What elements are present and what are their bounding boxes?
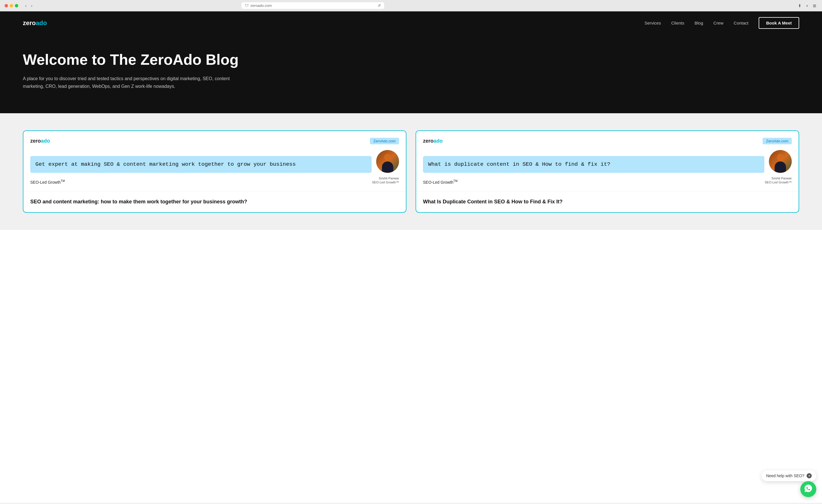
refresh-icon[interactable]: ↺ xyxy=(378,3,381,8)
card-2-domain: ZeroAdo.com xyxy=(763,138,792,144)
card-1-visual-row: Get expert at making SEO & content marke… xyxy=(30,150,399,173)
card-2-brand-row: zeroado ZeroAdo.com xyxy=(423,138,792,144)
share-button[interactable]: ⬆ xyxy=(797,3,803,9)
traffic-lights xyxy=(5,4,18,7)
main-nav: Services Clients Blog Crew Contact Book … xyxy=(645,17,799,29)
shield-icon: 🛡 xyxy=(245,3,249,8)
nav-services[interactable]: Services xyxy=(645,21,661,25)
whatsapp-icon xyxy=(804,484,813,495)
chat-close-button[interactable]: ✕ xyxy=(807,473,812,478)
blog-cards-section: zeroado ZeroAdo.com Get expert at making… xyxy=(0,113,822,230)
card-1-domain: ZeroAdo.com xyxy=(370,138,399,144)
nav-contact[interactable]: Contact xyxy=(734,21,749,25)
card-2-author-image xyxy=(769,150,792,173)
card-1-footer: SEO-Led GrowthTM Srishti Panwar SEO-Led … xyxy=(30,176,399,185)
nav-clients[interactable]: Clients xyxy=(671,21,685,25)
browser-chrome: ‹ › 🛡 zeroado.com ↺ ⬆ + ⊞ xyxy=(0,0,822,11)
card-2-visual-row: What is duplicate content in SEO & How t… xyxy=(423,150,792,173)
fullscreen-traffic-light[interactable] xyxy=(15,4,18,7)
minimize-traffic-light[interactable] xyxy=(10,4,13,7)
logo-zero: zero xyxy=(23,19,36,27)
card-2-logo-zero: zero xyxy=(423,138,434,144)
hero-subtitle: A place for you to discover tried and te… xyxy=(23,75,251,90)
card-1-logo-ado: ado xyxy=(41,138,50,144)
browser-nav-controls: ‹ › xyxy=(24,3,33,9)
hero-section: Welcome to The ZeroAdo Blog A place for … xyxy=(0,35,822,113)
new-tab-button[interactable]: + xyxy=(805,3,809,9)
cards-grid: zeroado ZeroAdo.com Get expert at making… xyxy=(23,130,799,213)
chat-bubble-text: Need help with SEO? xyxy=(766,473,804,478)
card-1-category: SEO-Led GrowthTM xyxy=(30,179,65,185)
card-2-category: SEO-Led GrowthTM xyxy=(423,179,457,185)
site-header: zeroado Services Clients Blog Crew Conta… xyxy=(0,11,822,35)
address-bar[interactable]: 🛡 zeroado.com ↺ xyxy=(242,2,384,9)
card-1-content: SEO and content marketing: how to make t… xyxy=(23,191,406,212)
hero-title: Welcome to The ZeroAdo Blog xyxy=(23,52,799,68)
card-2-content: What Is Duplicate Content in SEO & How t… xyxy=(416,191,799,212)
card-1-image-area: zeroado ZeroAdo.com Get expert at making… xyxy=(23,131,406,191)
card-2-footer: SEO-Led GrowthTM Srishti Panwar SEO-Led … xyxy=(423,176,792,185)
close-traffic-light[interactable] xyxy=(5,4,8,7)
tabs-button[interactable]: ⊞ xyxy=(812,3,817,9)
logo-ado: ado xyxy=(36,19,47,27)
browser-action-buttons: ⬆ + ⊞ xyxy=(797,3,817,9)
website-container: zeroado Services Clients Blog Crew Conta… xyxy=(0,11,822,503)
card-2-author-label: Srishti Panwar SEO-Led Growth™ xyxy=(765,176,792,185)
nav-blog[interactable]: Blog xyxy=(695,21,703,25)
card-2-headline: What is duplicate content in SEO & How t… xyxy=(423,156,764,173)
site-logo[interactable]: zeroado xyxy=(23,19,47,27)
card-1-headline: Get expert at making SEO & content marke… xyxy=(30,156,372,173)
blog-card-2[interactable]: zeroado ZeroAdo.com What is duplicate co… xyxy=(416,130,799,213)
card-2-logo-ado: ado xyxy=(434,138,443,144)
card-2-logo: zeroado xyxy=(423,138,443,144)
card-1-logo-zero: zero xyxy=(30,138,41,144)
whatsapp-button[interactable] xyxy=(800,481,816,497)
url-text: zeroado.com xyxy=(250,3,272,8)
card-1-brand-row: zeroado ZeroAdo.com xyxy=(30,138,399,144)
back-button[interactable]: ‹ xyxy=(24,3,28,9)
card-2-title: What Is Duplicate Content in SEO & How t… xyxy=(423,198,792,205)
blog-card-1[interactable]: zeroado ZeroAdo.com Get expert at making… xyxy=(23,130,406,213)
card-2-image-area: zeroado ZeroAdo.com What is duplicate co… xyxy=(416,131,799,191)
card-1-author-image xyxy=(376,150,399,173)
nav-crew[interactable]: Crew xyxy=(714,21,724,25)
card-1-author-label: Srishti Panwar SEO-Led Growth™ xyxy=(372,176,399,185)
chat-bubble: Need help with SEO? ✕ xyxy=(762,470,816,481)
card-1-title: SEO and content marketing: how to make t… xyxy=(30,198,399,205)
book-meet-button[interactable]: Book A Meet xyxy=(759,17,799,29)
card-1-logo: zeroado xyxy=(30,138,50,144)
forward-button[interactable]: › xyxy=(30,3,34,9)
